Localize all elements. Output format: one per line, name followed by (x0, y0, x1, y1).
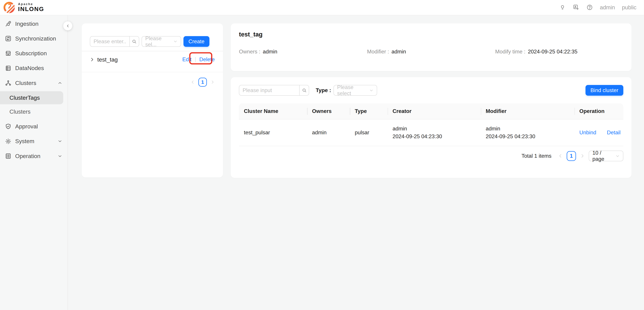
question-circle-icon[interactable] (586, 4, 593, 11)
cluster-search-group (239, 85, 309, 96)
table-row: test_pulsar admin pulsar admin 2024-09-2… (239, 120, 623, 146)
divider (82, 72, 223, 72)
sidebar: Ingestion Synchronization Subscription D… (0, 15, 68, 310)
tag-detail-card: test_tag Owners : admin Modifier : admin… (231, 24, 632, 71)
column-header-owners: Owners (307, 104, 350, 120)
chevron-down-icon (369, 88, 374, 92)
sidebar-item-label: Ingestion (15, 20, 39, 27)
detail-link[interactable]: Detail (607, 129, 620, 136)
page-number-button[interactable]: 1 (198, 78, 207, 87)
sidebar-item-label: DataNodes (15, 65, 44, 72)
chevron-right-icon[interactable] (210, 80, 215, 84)
chevron-right-icon[interactable] (580, 154, 585, 158)
tag-search-input[interactable] (90, 36, 130, 47)
search-icon[interactable] (299, 85, 309, 96)
chevron-left-icon[interactable] (190, 80, 195, 84)
sidebar-item-synchronization[interactable]: Synchronization (0, 31, 68, 46)
meta-label: Modify time : (495, 49, 525, 55)
chevron-left-icon[interactable] (558, 154, 562, 158)
bound-clusters-card: Type : Please select Bind cluster Cluste… (231, 77, 632, 178)
sidebar-item-clusters[interactable]: Clusters (0, 76, 68, 90)
cluster-tag-list-card: Please sel... Create test_tag Edit Delet… (82, 24, 223, 178)
column-header-operation: Operation (574, 104, 623, 120)
meta-label: Owners : (239, 49, 260, 55)
chevron-down-icon (58, 154, 62, 158)
column-header-type: Type (350, 104, 388, 120)
table-pagination: Total 1 items 1 10 / page (239, 150, 623, 161)
modifier-name: admin (486, 125, 570, 132)
tag-actions: Edit Delete (182, 56, 215, 62)
meta-modifier: Modifier : admin (367, 49, 495, 55)
tag-meta-row: Owners : admin Modifier : admin Modify t… (239, 49, 623, 55)
delete-link[interactable]: Delete (199, 56, 215, 62)
tag-name[interactable]: test_tag (97, 56, 118, 63)
tag-type-select-placeholder: Please sel... (145, 36, 172, 48)
sidebar-item-label: Clusters (10, 108, 30, 115)
sidebar-item-clustertags[interactable]: ClusterTags (0, 91, 63, 104)
cell-creator: admin 2024-09-25 04:23:30 (388, 120, 481, 146)
column-header-modifier: Modifier (481, 104, 574, 120)
cell-operation: Unbind Detail (574, 120, 623, 146)
gear-icon (5, 138, 12, 145)
sidebar-item-system[interactable]: System (0, 134, 68, 148)
sync-icon (5, 35, 12, 42)
create-time: 2024-09-25 04:23:30 (392, 132, 476, 140)
current-user[interactable]: admin (600, 4, 615, 11)
cluster-icon (5, 80, 12, 86)
tag-type-select[interactable]: Please sel... (142, 36, 181, 47)
tag-list-controls: Please sel... Create (90, 36, 215, 47)
store-icon (5, 50, 12, 57)
meta-value: 2024-09-25 04:22:35 (528, 49, 577, 55)
chevron-down-icon (58, 139, 62, 144)
chevron-down-icon (616, 154, 620, 158)
page-title: test_tag (239, 31, 623, 38)
chevron-down-icon (173, 39, 177, 44)
modify-time: 2024-09-25 04:23:30 (486, 132, 570, 140)
column-header-creator: Creator (388, 104, 481, 120)
topbar-right: admin public (559, 4, 636, 11)
top-header: Apache INLONG admin public (0, 0, 644, 15)
inlong-logo-icon (3, 2, 15, 14)
creator-name: admin (392, 125, 476, 132)
bound-clusters-controls: Type : Please select Bind cluster (239, 85, 623, 96)
cell-type: pulsar (350, 120, 388, 146)
sidebar-item-approval[interactable]: Approval (0, 119, 68, 134)
sidebar-item-clusters-sub[interactable]: Clusters (0, 105, 63, 118)
sidebar-item-label: System (15, 138, 34, 144)
cell-cluster-name: test_pulsar (239, 120, 307, 146)
sidebar-item-label: Operation (15, 153, 40, 160)
page-size-value: 10 / page (592, 150, 614, 162)
brand-apache-label: Apache (18, 2, 44, 6)
tag-row-test-tag: test_tag Edit Delete (90, 52, 215, 68)
type-select-placeholder: Please select (337, 84, 368, 96)
plug-icon (5, 20, 12, 27)
search-icon[interactable] (130, 36, 139, 47)
translate-icon[interactable] (573, 4, 580, 11)
caret-right-icon[interactable] (90, 57, 94, 62)
sidebar-item-label: Approval (15, 123, 38, 130)
brand: Apache INLONG (3, 2, 44, 14)
bind-cluster-button[interactable]: Bind cluster (586, 85, 623, 96)
page-number-button[interactable]: 1 (567, 151, 576, 161)
sidebar-item-subscription[interactable]: Subscription (0, 46, 68, 61)
type-filter-select[interactable]: Please select (334, 85, 377, 96)
sidebar-item-operation[interactable]: Operation (0, 149, 68, 164)
sidebar-collapse-button[interactable] (63, 21, 72, 30)
page-size-select[interactable]: 10 / page (589, 150, 623, 161)
sidebar-item-label: ClusterTags (10, 94, 40, 101)
sidebar-item-ingestion[interactable]: Ingestion (0, 16, 68, 31)
cluster-search-input[interactable] (239, 85, 300, 96)
meta-value: admin (392, 49, 406, 55)
sidebar-item-label: Clusters (15, 80, 36, 86)
create-button[interactable]: Create (184, 36, 210, 47)
lightbulb-icon[interactable] (559, 4, 566, 11)
cell-modifier: admin 2024-09-25 04:23:30 (481, 120, 574, 146)
edit-link[interactable]: Edit (182, 56, 192, 62)
pagination-total: Total 1 items (522, 153, 552, 159)
meta-owners: Owners : admin (239, 49, 367, 55)
sidebar-item-datanodes[interactable]: DataNodes (0, 61, 68, 76)
shield-check-icon (5, 123, 12, 130)
unbind-link[interactable]: Unbind (580, 129, 596, 136)
current-tenant[interactable]: public (622, 4, 636, 11)
meta-label: Modifier : (367, 49, 389, 55)
